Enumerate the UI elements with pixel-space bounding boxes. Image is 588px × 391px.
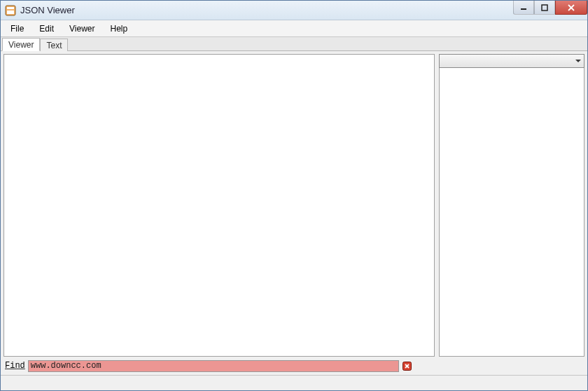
window-title: JSON Viewer	[20, 5, 75, 15]
svg-rect-4	[542, 5, 547, 11]
menu-file[interactable]: File	[4, 22, 31, 36]
title-bar: JSON Viewer	[1, 1, 587, 20]
side-dropdown[interactable]	[439, 54, 584, 68]
find-bar: Find	[4, 359, 584, 372]
find-input[interactable]	[28, 360, 399, 372]
chevron-down-icon	[575, 60, 581, 62]
viewer-panel[interactable]	[4, 54, 435, 357]
minimize-button[interactable]	[513, 1, 534, 15]
maximize-button[interactable]	[534, 1, 555, 15]
svg-rect-2	[7, 11, 14, 14]
app-icon	[5, 5, 16, 16]
menu-help[interactable]: Help	[104, 22, 135, 36]
menu-edit[interactable]: Edit	[32, 22, 61, 36]
tab-strip: Viewer Text	[1, 37, 587, 51]
tab-viewer[interactable]: Viewer	[2, 38, 40, 51]
tab-text[interactable]: Text	[40, 39, 68, 51]
error-icon	[402, 360, 413, 371]
close-button[interactable]	[555, 1, 587, 15]
find-label: Find	[4, 361, 27, 371]
side-panel	[439, 54, 584, 357]
client-area: Find	[1, 51, 587, 375]
app-window: JSON Viewer File Edit Viewer Help Viewer…	[0, 0, 588, 391]
menu-viewer[interactable]: Viewer	[62, 22, 102, 36]
svg-rect-1	[7, 7, 14, 9]
workspace	[4, 54, 584, 357]
menu-bar: File Edit Viewer Help	[1, 20, 587, 37]
side-panel-body	[439, 68, 584, 357]
status-bar	[1, 375, 587, 390]
window-controls	[513, 1, 587, 15]
